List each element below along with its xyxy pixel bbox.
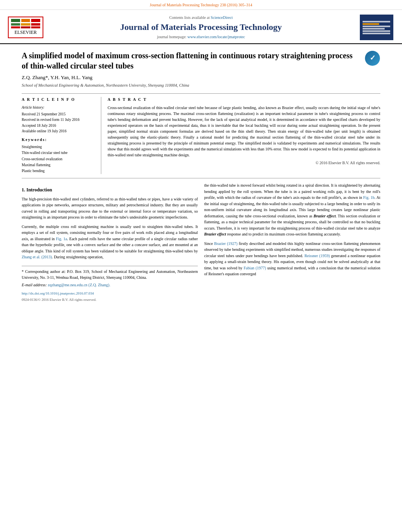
reissner1959-link[interactable]: Reissner (1959)	[304, 254, 329, 258]
sciencedirect-link[interactable]: ScienceDirect	[210, 15, 233, 20]
body-columns: 1. Introduction The high-precision thin-…	[0, 182, 402, 303]
journal-homepage-link[interactable]: www.elsevier.com/locate/jmatprotec	[188, 35, 245, 39]
journal-reference-bar: Journal of Materials Processing Technolo…	[0, 0, 402, 10]
doi-line: http://dx.doi.org/10.1016/j.jmatprotec.2…	[22, 291, 198, 297]
journal-logo-right	[359, 15, 394, 40]
article-title-section: A simplified model of maximum cross-sect…	[22, 48, 380, 71]
body-column-right: the thin-walled tube is moved forward wh…	[204, 182, 380, 303]
journal-title: Journal of Materials Processing Technolo…	[51, 22, 351, 32]
elsevier-name-text: ELSEVIER	[11, 29, 40, 36]
footnote-section: * Corresponding author at: P.O. Box 319,…	[22, 266, 198, 288]
keyword-1: Straightening	[22, 144, 95, 150]
email-line: E-mail address: zqzhang@me.neu.edu.cn (Z…	[22, 282, 198, 288]
body-right-paragraph-2: Since Brazier (1927) firstly described a…	[204, 241, 380, 277]
article-main: A simplified model of maximum cross-sect…	[0, 44, 402, 178]
article-info-column: A R T I C L E I N F O Article history: R…	[22, 97, 95, 174]
doi-link[interactable]: http://dx.doi.org/10.1016/j.jmatprotec.2…	[22, 291, 94, 295]
introduction-title: 1. Introduction	[22, 186, 198, 194]
keywords-section: Keywords: Straightening Thin-walled circ…	[22, 137, 95, 174]
keywords-title: Keywords:	[22, 137, 95, 143]
elsevier-logo: ELSEVIER	[8, 17, 43, 38]
article-affiliation: School of Mechanical Engineering & Autom…	[22, 83, 380, 89]
vertical-divider	[101, 97, 101, 174]
body-column-left: 1. Introduction The high-precision thin-…	[22, 182, 198, 303]
article-authors: Z.Q. Zhang*, Y.H. Yan, H.L. Yang	[22, 74, 380, 81]
intro-paragraph-2: Currently, the multiple cross roll strai…	[22, 224, 198, 260]
journal-header: ELSEVIER Contents lists available at Sci…	[0, 10, 402, 44]
intro-paragraph-1: The high-precision thin-walled steel cyl…	[22, 196, 198, 221]
fig1b-link[interactable]: Fig. 1b	[363, 195, 375, 200]
fabian1977-link[interactable]: Fabian (1977)	[244, 266, 266, 270]
abstract-title: A B S T R A C T	[108, 97, 380, 102]
copyright-line: © 2016 Elsevier B.V. All rights reserved…	[108, 160, 380, 166]
keyword-4: Maximal flattening	[22, 162, 95, 168]
issn-line: 0924-0136/© 2016 Elsevier B.V. All right…	[22, 297, 198, 303]
keyword-3: Cross-sectional ovalization	[22, 156, 95, 162]
body-right-paragraph-1: the thin-walled tube is moved forward wh…	[204, 182, 380, 237]
abstract-section: A B S T R A C T Cross-sectional ovalizat…	[108, 97, 380, 174]
journal-title-section: Contents lists available at ScienceDirec…	[43, 15, 359, 39]
keywords-list: Straightening Thin-walled circular steel…	[22, 144, 95, 174]
journal-reference-link[interactable]: Journal of Materials Processing Technolo…	[150, 3, 252, 7]
crossmark-icon: ✓	[365, 51, 380, 66]
article-info-title: A R T I C L E I N F O	[22, 97, 95, 102]
fig1a-link[interactable]: Fig. 1a	[56, 237, 67, 241]
article-history: Article history: Received 21 September 2…	[22, 105, 95, 134]
footnote-star-text: * Corresponding author at: P.O. Box 319,…	[22, 269, 198, 281]
journal-logo-image	[360, 15, 393, 40]
keyword-2: Thin-walled circular steel tube	[22, 150, 95, 156]
article-title: A simplified model of maximum cross-sect…	[22, 50, 361, 71]
contents-line: Contents lists available at ScienceDirec…	[51, 15, 351, 20]
section-divider	[22, 178, 380, 178]
zhang2013-link[interactable]: Zhang et al. (2013)	[22, 255, 52, 259]
abstract-text: Cross-sectional ovalization of thin-wall…	[108, 105, 380, 158]
journal-homepage-line: journal homepage: www.elsevier.com/locat…	[51, 34, 351, 40]
email-link[interactable]: zqzhang@me.neu.edu.cn (Z.Q. Zhang).	[48, 283, 110, 287]
keyword-5: Plastic bending	[22, 168, 95, 174]
crossmark-badge: ✓	[365, 50, 380, 66]
article-info-abstract-section: A R T I C L E I N F O Article history: R…	[22, 93, 380, 174]
brazier1927-link[interactable]: Brazier (1927)	[214, 241, 237, 246]
